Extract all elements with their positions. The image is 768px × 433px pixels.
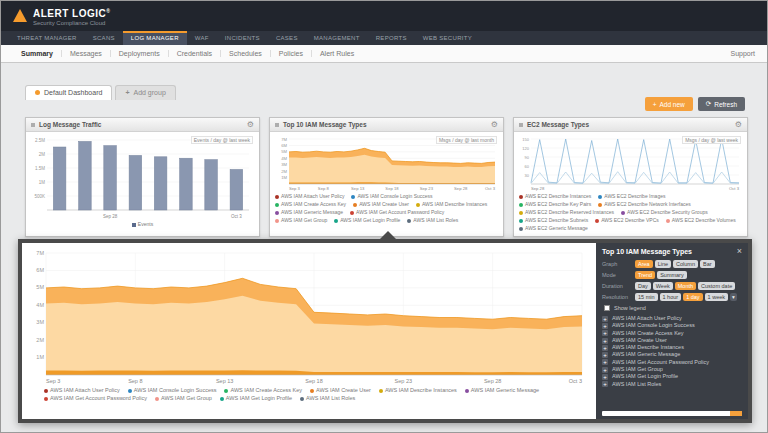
svg-text:3M: 3M [281,162,287,167]
sidebar-scrollbar[interactable] [602,411,742,416]
show-legend-checkbox[interactable] [604,305,610,311]
svg-text:2M: 2M [281,169,287,174]
nav-item-waf[interactable]: WAF [187,31,217,45]
refresh-button[interactable]: ⟳ Refresh [698,97,745,111]
series-toggle-aws-iam-get-account-password-policy[interactable]: +AWS IAM Get Account Password Policy [602,359,742,366]
legend-aws-ec2-describe-subnets: AWS EC2 Describe Subnets [519,217,588,224]
nav-item-scans[interactable]: SCANS [85,31,123,45]
series-toggle-aws-iam-console-login-success[interactable]: +AWS IAM Console Login Success [602,322,742,329]
expanded-legend-aws-iam-console-login-success: AWS IAM Console Login Success [128,387,217,394]
resolution-option-15-min[interactable]: 15 min [635,293,658,301]
svg-text:2M: 2M [36,337,44,343]
legend-bullet [220,397,224,401]
legend-bullet [666,219,670,223]
series-toggle-aws-iam-create-access-key[interactable]: +AWS IAM Create Access Key [602,330,742,337]
gear-icon[interactable]: ⚙ [735,121,742,129]
nav-item-threat-manager[interactable]: THREAT MANAGER [9,31,85,45]
nav-item-incidents[interactable]: INCIDENTS [217,31,268,45]
gear-icon[interactable]: ⚙ [247,121,254,129]
duration-option-week[interactable]: Week [653,282,673,290]
dashboard-tabs: Default Dashboard + Add group [25,85,176,100]
legend-label: AWS IAM List Roles [306,395,355,402]
duration-option-day[interactable]: Day [635,282,651,290]
series-label: AWS IAM Get Account Password Policy [612,359,709,366]
svg-text:Sep 3: Sep 3 [289,186,301,191]
resolution-option-1-hour[interactable]: 1 hour [660,293,682,301]
legend-label: AWS IAM Console Login Success [357,193,432,200]
nav-item-reports[interactable]: REPORTS [368,31,415,45]
series-label: AWS IAM Generic Message [612,351,680,358]
resolution-option-1-week[interactable]: 1 week [705,293,728,301]
panel-header: Log Message Traffic ⚙ [26,118,259,132]
subnav-item-alert-rules[interactable]: Alert Rules [312,50,362,57]
legend-aws-ec2-describe-instances: AWS EC2 Describe Instances [519,193,591,200]
legend-label: AWS EC2 Describe Security Groups [627,209,708,216]
add-series-icon: + [602,338,608,344]
iam-expanded-area-chart[interactable]: 1M2M3M4M5M6M7MSep 3Sep 8Sep 13Sep 18Sep … [26,247,586,385]
subnav-item-policies[interactable]: Policies [271,50,312,57]
legend-bullet [519,211,523,215]
svg-text:Sep 23: Sep 23 [395,378,412,384]
subnav-item-summary[interactable]: Summary [13,50,62,57]
series-toggle-aws-iam-create-user[interactable]: +AWS IAM Create User [602,337,742,344]
duration-option-month[interactable]: Month [675,282,696,290]
subnav-item-schedules[interactable]: Schedules [221,50,271,57]
legend-bullet [519,203,523,207]
resolution-dropdown-icon[interactable]: ▾ [730,293,737,301]
series-label: AWS IAM Describe Instances [612,344,684,351]
mode-option-trend[interactable]: Trend [635,271,655,279]
gear-icon[interactable]: ⚙ [491,121,498,129]
legend-bullet [44,389,48,393]
graph-option-area[interactable]: Area [635,260,653,268]
legend-label: AWS EC2 Describe Key Pairs [525,201,591,208]
duration-option-custom-date[interactable]: Custom date [698,282,735,290]
nav-item-log-manager[interactable]: LOG MANAGER [123,31,187,45]
nav-item-management[interactable]: MANAGEMENT [306,31,368,45]
legend-label: AWS EC2 Describe Subnets [525,217,588,224]
log-traffic-bar-chart[interactable]: 500K1M1.5M2M2.5MSep 28Oct 3 [29,134,253,220]
nav-item-cases[interactable]: CASES [268,31,306,45]
svg-text:5M: 5M [36,284,44,290]
app-window: ALERT LOGIC® Security Compliance Cloud T… [0,0,768,433]
tab-add-group[interactable]: + Add group [115,85,175,100]
graph-option-column[interactable]: Column [673,260,698,268]
subnav-item-deployments[interactable]: Deployments [111,50,169,57]
panel-title: Top 10 IAM Message Types [283,121,487,128]
legend-label: Events [138,221,153,228]
series-toggle-aws-iam-generic-message[interactable]: +AWS IAM Generic Message [602,351,742,358]
series-toggle-aws-iam-attach-user-policy[interactable]: +AWS IAM Attach User Policy [602,315,742,322]
legend-label: AWS EC2 Describe Instances [525,193,591,200]
expanded-legend-aws-iam-list-roles: AWS IAM List Roles [300,395,355,402]
series-toggle-aws-iam-describe-instances[interactable]: +AWS IAM Describe Instances [602,344,742,351]
expanded-legend-aws-iam-generic-message: AWS IAM Generic Message [465,387,539,394]
svg-text:Oct 3: Oct 3 [231,214,242,219]
close-icon[interactable]: × [737,248,742,255]
svg-text:Oct 3: Oct 3 [729,186,740,191]
svg-text:Oct 3: Oct 3 [569,378,582,384]
scrollbar-thumb[interactable] [730,411,742,416]
mode-option-summary[interactable]: Summary [657,271,687,279]
resolution-option-1-day[interactable]: 1 day [683,293,702,301]
add-new-label: Add new [659,101,684,108]
nav-item-web-security[interactable]: WEB SECURITY [415,31,480,45]
add-series-icon: + [602,367,608,373]
legend-label: AWS IAM Create User [316,387,371,394]
legend-label: AWS IAM Get Login Profile [226,395,292,402]
support-link[interactable]: Support [730,50,755,57]
tab-default-dashboard[interactable]: Default Dashboard [25,85,112,100]
add-new-button[interactable]: + Add new [645,97,693,111]
series-toggle-aws-iam-get-group[interactable]: +AWS IAM Get Group [602,366,742,373]
show-legend-row: Show legend [604,305,742,311]
expanded-legend-aws-iam-attach-user-policy: AWS IAM Attach User Policy [44,387,120,394]
graph-option-line[interactable]: Line [655,260,671,268]
graph-option-bar[interactable]: Bar [700,260,715,268]
legend-label: AWS IAM Get Account Password Policy [50,395,147,402]
legend-bullet [155,397,159,401]
legend-aws-ec2-describe-images: AWS EC2 Describe Images [598,193,665,200]
series-toggle-aws-iam-get-login-profile[interactable]: +AWS IAM Get Login Profile [602,373,742,380]
subnav-item-messages[interactable]: Messages [62,50,111,57]
series-toggle-aws-iam-list-roles[interactable]: +AWS IAM List Roles [602,381,742,388]
subnav-item-credentials[interactable]: Credentials [169,50,221,57]
legend-label: AWS IAM Describe Instances [385,387,457,394]
series-label: AWS IAM List Roles [612,381,661,388]
